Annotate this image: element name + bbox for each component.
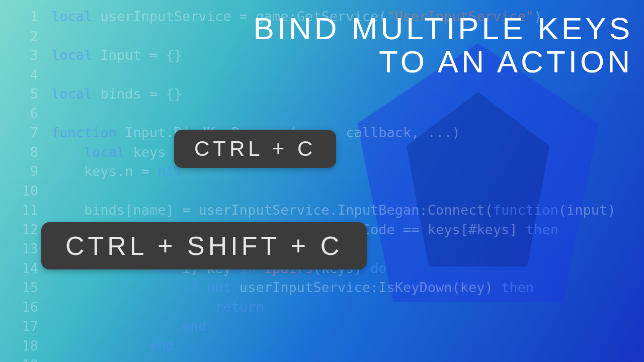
title-line-2: TO AN ACTION (379, 44, 633, 79)
shortcut-badge-1: CTRL + C (174, 130, 336, 168)
title-line-1: BIND MULTIPLE KEYS (253, 11, 633, 46)
shortcut-badge-2: CTRL + SHIFT + C (41, 222, 367, 269)
thumbnail-title: BIND MULTIPLE KEYS TO AN ACTION (253, 12, 633, 78)
